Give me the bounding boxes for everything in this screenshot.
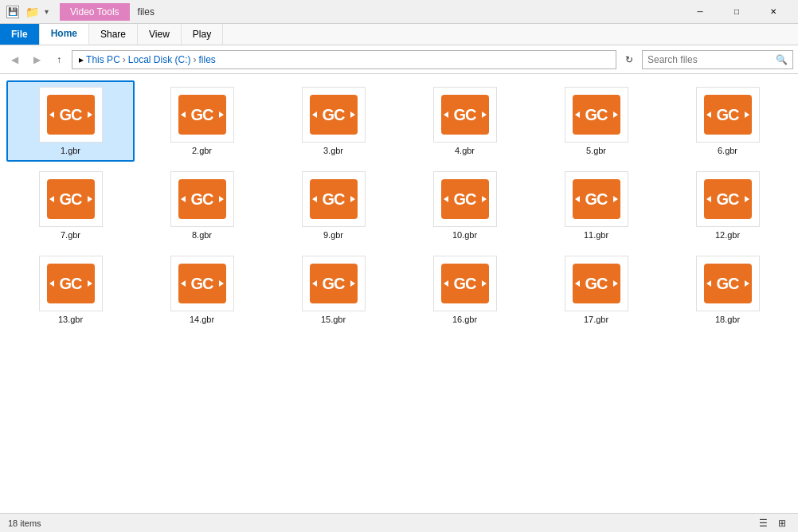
title-tabs: Video Tools files	[60, 3, 682, 21]
file-item[interactable]: GC 15.gbr	[269, 249, 397, 331]
path-files[interactable]: files	[198, 54, 215, 65]
tab-share[interactable]: Share	[89, 24, 138, 45]
gc-text: GC	[191, 276, 213, 291]
gc-arrow-left	[49, 111, 54, 118]
file-thumbnail: GC	[302, 256, 366, 311]
tab-video-tools[interactable]: Video Tools	[60, 3, 130, 21]
file-item[interactable]: GC 9.gbr	[269, 165, 397, 246]
gc-logo: GC	[47, 179, 95, 219]
gc-text: GC	[717, 107, 739, 123]
gc-arrow-right	[745, 111, 749, 118]
file-name: 11.gbr	[584, 230, 608, 240]
file-thumbnail: GC	[170, 87, 234, 143]
gc-text: GC	[191, 107, 213, 123]
file-item[interactable]: GC 10.gbr	[401, 165, 529, 246]
maximize-button[interactable]: □	[718, 0, 755, 24]
tab-play[interactable]: Play	[182, 24, 223, 45]
file-name: 2.gbr	[192, 146, 212, 155]
gc-logo: GC	[704, 179, 752, 219]
gc-arrow-right	[482, 280, 487, 287]
search-input[interactable]	[647, 54, 776, 65]
refresh-button[interactable]: ↻	[620, 50, 639, 69]
file-item[interactable]: GC 6.gbr	[663, 80, 792, 162]
gc-arrow-right	[88, 196, 92, 202]
file-name: 5.gbr	[586, 146, 606, 155]
up-button[interactable]: ↑	[49, 50, 68, 69]
file-name: 18.gbr	[715, 315, 740, 324]
file-thumbnail: GC	[433, 256, 497, 311]
file-thumbnail: GC	[39, 256, 103, 311]
file-item[interactable]: GC 8.gbr	[138, 165, 266, 246]
ribbon-tabs: File Home Share View Play	[0, 24, 798, 45]
file-name: 12.gbr	[715, 230, 740, 240]
file-name: 4.gbr	[455, 146, 475, 155]
search-box[interactable]: 🔍	[642, 50, 793, 69]
gc-arrow-left	[49, 196, 54, 202]
file-item[interactable]: GC 5.gbr	[532, 80, 660, 162]
gc-arrow-right	[482, 196, 487, 202]
file-item[interactable]: GC 14.gbr	[138, 249, 266, 331]
file-thumbnail: GC	[696, 256, 760, 311]
gc-logo: GC	[47, 95, 95, 135]
quick-access-arrow[interactable]: ▾	[45, 7, 49, 16]
file-name: 8.gbr	[192, 230, 212, 240]
forward-button[interactable]: ▶	[27, 50, 46, 69]
gc-logo: GC	[441, 264, 489, 303]
file-name: 6.gbr	[718, 146, 737, 155]
back-button[interactable]: ◀	[5, 50, 24, 69]
file-thumbnail: GC	[302, 171, 366, 227]
ribbon: File Home Share View Play	[0, 24, 798, 45]
tab-file[interactable]: File	[0, 24, 40, 45]
tiles-view-button[interactable]: ⊞	[774, 515, 790, 531]
file-item[interactable]: GC 2.gbr	[138, 80, 266, 162]
gc-arrow-left	[575, 196, 580, 202]
path-this-pc[interactable]: This PC	[84, 54, 120, 65]
gc-text: GC	[323, 276, 345, 291]
file-item[interactable]: GC 17.gbr	[532, 249, 660, 331]
gc-arrow-left	[444, 111, 448, 118]
tab-view[interactable]: View	[138, 24, 182, 45]
gc-text: GC	[323, 107, 345, 123]
gc-text: GC	[585, 276, 608, 291]
file-thumbnail: GC	[565, 171, 628, 227]
details-view-button[interactable]: ☰	[755, 515, 771, 531]
folder-icon: 📁	[25, 6, 38, 18]
minimize-button[interactable]: ─	[682, 0, 718, 24]
file-area: GC 1.gbr GC 2.gbr GC	[0, 74, 798, 513]
address-path[interactable]: ▸ This PC › Local Disk (C:) › files	[72, 50, 616, 69]
window-controls: ─ □ ✕	[682, 0, 792, 24]
file-item[interactable]: GC 11.gbr	[532, 165, 660, 246]
close-button[interactable]: ✕	[755, 0, 792, 24]
path-sep-1: ›	[123, 54, 126, 65]
file-item[interactable]: GC 18.gbr	[663, 249, 792, 331]
file-item[interactable]: GC 16.gbr	[401, 249, 529, 331]
gc-text: GC	[60, 276, 82, 291]
gc-text: GC	[585, 191, 608, 207]
gc-text: GC	[60, 107, 82, 123]
file-item[interactable]: GC 1.gbr	[6, 80, 135, 162]
gc-arrow-right	[88, 111, 92, 118]
file-name: 1.gbr	[61, 146, 80, 155]
gc-arrow-left	[312, 111, 317, 118]
gc-text: GC	[585, 107, 608, 123]
file-item[interactable]: GC 4.gbr	[401, 80, 529, 162]
gc-arrow-left	[181, 280, 186, 287]
file-item[interactable]: GC 7.gbr	[6, 165, 135, 246]
gc-arrow-left	[706, 111, 711, 118]
save-icon[interactable]: 💾	[6, 6, 19, 18]
file-thumbnail: GC	[170, 171, 234, 227]
gc-text: GC	[60, 191, 82, 207]
file-name: 9.gbr	[323, 230, 343, 240]
gc-arrow-left	[706, 280, 711, 287]
file-item[interactable]: GC 13.gbr	[6, 249, 135, 331]
gc-text: GC	[454, 276, 476, 291]
path-local-disk[interactable]: Local Disk (C:)	[128, 54, 191, 65]
file-item[interactable]: GC 3.gbr	[269, 80, 397, 162]
file-name: 15.gbr	[321, 315, 346, 324]
file-thumbnail: GC	[696, 87, 760, 143]
gc-text: GC	[717, 276, 739, 291]
file-thumbnail: GC	[39, 171, 103, 227]
gc-arrow-left	[444, 196, 448, 202]
file-item[interactable]: GC 12.gbr	[663, 165, 792, 246]
tab-home[interactable]: Home	[40, 24, 89, 45]
